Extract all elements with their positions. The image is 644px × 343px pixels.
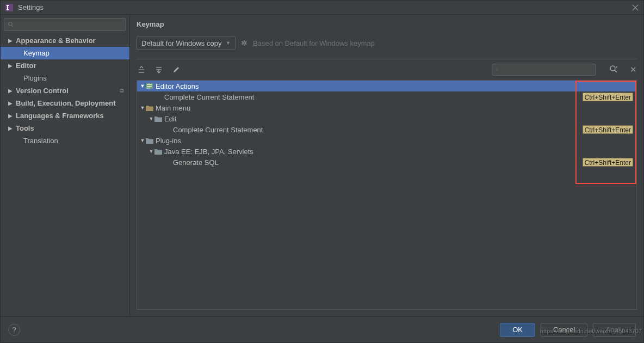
watermark: https://blog.csdn.net/weixin_45043707 xyxy=(540,328,642,334)
action-label: Complete Current Statement xyxy=(164,93,583,101)
action-row[interactable]: ▼Java EE: EJB, JPA, Servlets xyxy=(137,146,636,157)
window-close-button[interactable] xyxy=(631,4,639,11)
action-label: Generate SQL xyxy=(173,158,583,167)
sidebar-item-label: Translation xyxy=(23,137,129,145)
action-row[interactable]: ▼Edit xyxy=(137,113,636,124)
action-label: Editor Actions xyxy=(156,82,633,90)
sidebar-item-languages-frameworks[interactable]: ▶Languages & Frameworks xyxy=(1,109,129,122)
keymap-profile-row: Default for Windows copy ▼ ✲ Based on De… xyxy=(137,36,637,50)
shortcut-badge: Ctrl+Shift+Enter xyxy=(583,158,633,167)
chevron-right-icon: ▶ xyxy=(8,113,14,119)
collapse-all-button[interactable] xyxy=(154,65,164,75)
keymap-toolbar: ✕ xyxy=(137,64,637,76)
action-row[interactable]: Complete Current StatementCtrl+Shift+Ent… xyxy=(137,91,636,102)
settings-search-input[interactable] xyxy=(16,21,122,29)
svg-line-12 xyxy=(498,70,499,71)
svg-point-11 xyxy=(496,69,498,70)
folder-icon xyxy=(154,115,162,122)
svg-rect-18 xyxy=(147,88,150,88)
action-label: Plug-ins xyxy=(156,137,633,145)
separator xyxy=(137,59,637,59)
help-button[interactable]: ? xyxy=(8,324,20,336)
chevron-right-icon: ▶ xyxy=(8,88,14,94)
svg-line-7 xyxy=(12,26,14,27)
sidebar-item-build-execution-deployment[interactable]: ▶Build, Execution, Deployment xyxy=(1,97,129,109)
sidebar-item-label: Appearance & Behavior xyxy=(16,36,129,45)
sidebar-item-appearance-behavior[interactable]: ▶Appearance & Behavior xyxy=(1,34,129,47)
titlebar: Settings xyxy=(1,1,643,15)
sidebar-item-tools[interactable]: ▶Tools xyxy=(1,122,129,134)
svg-line-14 xyxy=(615,70,617,72)
settings-window: Settings ▶Appearance & BehaviorKeymap▶Ed… xyxy=(0,0,644,343)
action-row[interactable]: Complete Current StatementCtrl+Shift+Ent… xyxy=(137,124,636,135)
action-label: Edit xyxy=(164,115,633,123)
svg-rect-2 xyxy=(7,6,8,9)
expand-toggle[interactable]: ▼ xyxy=(139,83,146,89)
shortcut-badge: Ctrl+Shift+Enter xyxy=(583,125,633,134)
sidebar-item-label: Editor xyxy=(16,62,129,70)
find-shortcut-button[interactable] xyxy=(609,65,618,75)
expand-all-button[interactable] xyxy=(137,65,146,75)
chevron-right-icon: ▶ xyxy=(8,38,14,44)
intellij-icon xyxy=(5,3,14,12)
actions-tree[interactable]: ▼Editor ActionsComplete Current Statemen… xyxy=(137,80,637,310)
settings-search[interactable] xyxy=(4,18,126,31)
keymap-profile-label: Default for Windows copy xyxy=(141,39,221,47)
editor-icon xyxy=(146,83,153,89)
action-search-input[interactable] xyxy=(501,66,592,74)
expand-toggle[interactable]: ▼ xyxy=(139,138,146,143)
folder-icon xyxy=(154,148,162,155)
search-icon xyxy=(496,66,499,73)
sidebar-item-label: Languages & Frameworks xyxy=(16,112,129,120)
edit-shortcut-button[interactable] xyxy=(171,65,181,75)
sidebar-item-version-control[interactable]: ▶Version Control⧉ xyxy=(1,84,129,97)
action-row[interactable]: ▼Editor Actions xyxy=(137,81,636,91)
project-level-icon: ⧉ xyxy=(120,87,124,94)
page-title: Keymap xyxy=(137,20,637,28)
search-icon xyxy=(8,21,14,28)
svg-rect-17 xyxy=(147,86,152,87)
sidebar-item-label: Build, Execution, Deployment xyxy=(16,99,129,107)
folderopen-icon xyxy=(146,105,153,111)
shortcut-badge: Ctrl+Shift+Enter xyxy=(583,93,633,101)
window-title: Settings xyxy=(18,3,631,11)
main-panel: Keymap Default for Windows copy ▼ ✲ Base… xyxy=(130,15,643,316)
expand-toggle[interactable]: ▼ xyxy=(148,116,154,121)
sidebar-item-label: Version Control xyxy=(16,87,129,95)
svg-rect-16 xyxy=(147,84,152,85)
clear-search-button[interactable]: ✕ xyxy=(630,65,637,75)
folder-icon xyxy=(146,137,153,144)
action-label: Complete Current Statement xyxy=(173,126,583,134)
ok-button[interactable]: OK xyxy=(500,323,535,337)
settings-tree: ▶Appearance & BehaviorKeymap▶EditorPlugi… xyxy=(1,34,129,316)
sidebar-item-translation[interactable]: Translation xyxy=(1,134,129,147)
action-row[interactable]: ▼Main menu xyxy=(137,102,636,113)
sidebar-item-plugins[interactable]: Plugins xyxy=(1,72,129,84)
sidebar-item-editor[interactable]: ▶Editor xyxy=(1,59,129,72)
action-label: Java EE: EJB, JPA, Servlets xyxy=(164,148,633,156)
chevron-right-icon: ▶ xyxy=(8,100,14,106)
action-row[interactable]: ▼Plug-ins xyxy=(137,135,636,146)
svg-rect-1 xyxy=(7,5,9,6)
action-search[interactable] xyxy=(492,64,596,76)
gear-icon[interactable]: ✲ xyxy=(241,39,247,47)
expand-toggle[interactable]: ▼ xyxy=(148,149,154,154)
body: ▶Appearance & BehaviorKeymap▶EditorPlugi… xyxy=(1,15,643,316)
action-row[interactable]: Generate SQLCtrl+Shift+Enter xyxy=(137,157,636,168)
action-label: Main menu xyxy=(156,104,633,112)
chevron-right-icon: ▶ xyxy=(8,125,14,131)
svg-point-13 xyxy=(610,66,615,71)
keymap-profile-combo[interactable]: Default for Windows copy ▼ xyxy=(137,36,236,50)
svg-point-6 xyxy=(9,22,13,26)
sidebar-item-label: Keymap xyxy=(23,49,129,57)
chevron-right-icon: ▶ xyxy=(8,63,14,69)
keymap-based-on-hint: Based on Default for Windows keymap xyxy=(253,39,375,47)
sidebar-item-label: Plugins xyxy=(23,74,129,82)
sidebar-item-label: Tools xyxy=(16,124,129,132)
chevron-down-icon: ▼ xyxy=(226,40,231,46)
sidebar: ▶Appearance & BehaviorKeymap▶EditorPlugi… xyxy=(1,15,130,316)
expand-toggle[interactable]: ▼ xyxy=(139,105,146,111)
sidebar-item-keymap[interactable]: Keymap xyxy=(1,47,129,59)
svg-rect-3 xyxy=(7,9,9,10)
